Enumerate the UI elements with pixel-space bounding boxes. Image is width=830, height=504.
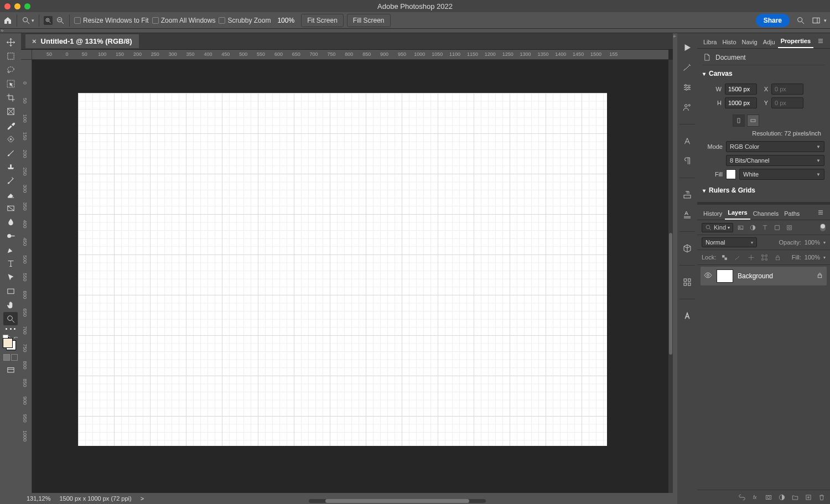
layer-style-icon[interactable]: fx (751, 493, 759, 501)
marquee-tool[interactable] (3, 49, 18, 63)
pen-tool[interactable] (3, 243, 18, 256)
filter-toggle[interactable] (820, 224, 826, 231)
paragraph-panel-icon[interactable] (682, 155, 693, 167)
edit-toolbar-button[interactable] (4, 326, 17, 332)
zoom-out-button[interactable] (56, 16, 65, 25)
tab-history[interactable]: History (701, 207, 725, 220)
brush-tool[interactable] (3, 146, 18, 159)
fill-color-swatch[interactable] (726, 169, 736, 179)
gradient-tool[interactable] (3, 201, 18, 215)
lock-position-icon[interactable] (746, 252, 756, 262)
fill-select[interactable]: White▼ (739, 169, 824, 180)
layer-thumbnail[interactable] (717, 269, 733, 283)
filter-shape-icon[interactable] (772, 222, 782, 232)
canvas-pasteboard[interactable] (32, 60, 668, 493)
dropdown-arrow-icon[interactable]: ▾ (32, 18, 34, 23)
opacity-value[interactable]: 100% (805, 239, 820, 246)
crop-tool[interactable] (3, 91, 18, 104)
new-layer-icon[interactable] (805, 493, 812, 501)
scrubby-zoom-checkbox[interactable]: Scrubby Zoom (219, 17, 271, 24)
lock-all-icon[interactable] (772, 252, 782, 262)
clone-stamp-tool[interactable] (3, 160, 18, 173)
collapse-handle[interactable] (0, 29, 830, 33)
tab-adjustments[interactable]: Adju (760, 36, 778, 48)
y-input[interactable] (771, 97, 803, 108)
zoom-all-windows-checkbox[interactable]: Zoom All Windows (152, 17, 216, 24)
tab-navigator[interactable]: Navig (739, 36, 760, 48)
dodge-tool[interactable] (3, 229, 18, 242)
canvas-viewport[interactable]: 5005010015020025030035040045050055060065… (21, 50, 673, 504)
people-icon[interactable] (682, 102, 693, 113)
tab-history[interactable]: Histo (719, 36, 739, 48)
home-button[interactable] (3, 16, 12, 25)
lock-transparency-icon[interactable] (719, 252, 729, 262)
tool-preset-zoom[interactable] (22, 16, 30, 25)
width-input[interactable] (725, 84, 757, 95)
screen-mode-button[interactable] (3, 363, 18, 377)
panel-menu-icon[interactable] (815, 35, 827, 48)
delete-layer-icon[interactable] (818, 493, 826, 501)
swatches-panel-icon[interactable] (682, 277, 693, 288)
path-selection-tool[interactable] (3, 271, 18, 284)
vertical-scrollbar[interactable] (668, 60, 673, 493)
color-mode-select[interactable]: RGB Color▼ (726, 141, 824, 152)
rulers-grids-section-toggle[interactable]: ▾Rulers & Grids (703, 186, 824, 194)
horizontal-ruler[interactable]: 5005010015020025030035040045050055060065… (32, 50, 668, 60)
color-swatches[interactable]: ⤺ (3, 335, 18, 350)
bit-depth-select[interactable]: 8 Bits/Channel▼ (726, 155, 824, 166)
play-action-icon[interactable] (682, 42, 693, 53)
panel-menu-icon[interactable] (815, 207, 827, 220)
move-tool[interactable] (3, 35, 18, 49)
hand-tool[interactable] (3, 298, 18, 311)
status-dimensions[interactable]: 1500 px x 1000 px (72 ppi) (59, 495, 131, 502)
type-tool[interactable] (3, 257, 18, 270)
layer-lock-icon[interactable] (816, 272, 823, 280)
rectangle-tool[interactable] (3, 284, 18, 298)
swap-colors-icon[interactable]: ⤺ (14, 335, 18, 340)
eyedropper-tool[interactable] (3, 118, 18, 132)
minimize-window-button[interactable] (14, 3, 20, 9)
zoom-value-button[interactable]: 100% (274, 17, 298, 24)
link-layers-icon[interactable] (738, 493, 746, 501)
scrollbar-thumb[interactable] (325, 499, 469, 503)
lock-pixels-icon[interactable] (733, 252, 743, 262)
canvas[interactable] (78, 93, 607, 446)
glyphs-panel-icon[interactable] (682, 310, 693, 321)
filter-smartobject-icon[interactable] (784, 222, 794, 232)
status-zoom[interactable]: 131,12% (27, 495, 50, 502)
3d-panel-icon[interactable] (682, 243, 693, 254)
adjustments-icon[interactable] (682, 82, 693, 93)
close-tab-icon[interactable]: × (32, 37, 37, 45)
filter-adjustment-icon[interactable] (748, 222, 758, 232)
filter-pixel-icon[interactable] (735, 222, 745, 232)
close-window-button[interactable] (4, 3, 11, 9)
layer-mask-icon[interactable] (765, 493, 772, 501)
vertical-ruler[interactable]: 0501001502002503003504004505005506006507… (21, 60, 32, 493)
zoom-tool[interactable] (3, 312, 18, 325)
tab-paths[interactable]: Paths (781, 207, 802, 220)
status-more-icon[interactable]: > (141, 495, 144, 502)
tab-channels[interactable]: Channels (750, 207, 781, 220)
layer-item[interactable]: Background (701, 267, 827, 285)
tab-libraries[interactable]: Libra (701, 36, 719, 48)
landscape-orientation-button[interactable] (747, 115, 759, 127)
x-input[interactable] (771, 84, 803, 95)
layer-visibility-toggle[interactable] (704, 271, 712, 281)
paragraph-styles-icon[interactable] (682, 189, 693, 200)
search-button[interactable] (796, 16, 805, 25)
eraser-tool[interactable] (3, 188, 18, 201)
adjustment-layer-icon[interactable] (778, 493, 786, 501)
workspace-switcher-button[interactable] (812, 16, 821, 25)
maximize-window-button[interactable] (24, 3, 30, 9)
panel-collapse-handle[interactable] (673, 33, 677, 504)
lock-artboard-icon[interactable] (759, 252, 769, 262)
canvas-section-toggle[interactable]: ▾Canvas (703, 70, 824, 77)
tab-properties[interactable]: Properties (778, 35, 813, 48)
horizontal-scrollbar[interactable] (309, 499, 486, 503)
blend-mode-select[interactable]: Normal▾ (702, 237, 757, 247)
layer-name[interactable]: Background (738, 272, 773, 280)
document-tab[interactable]: × Untitled-1 @ 131% (RGB/8) (25, 34, 139, 48)
character-panel-icon[interactable] (682, 136, 693, 147)
lasso-tool[interactable] (3, 63, 18, 76)
group-layers-icon[interactable] (791, 493, 799, 501)
